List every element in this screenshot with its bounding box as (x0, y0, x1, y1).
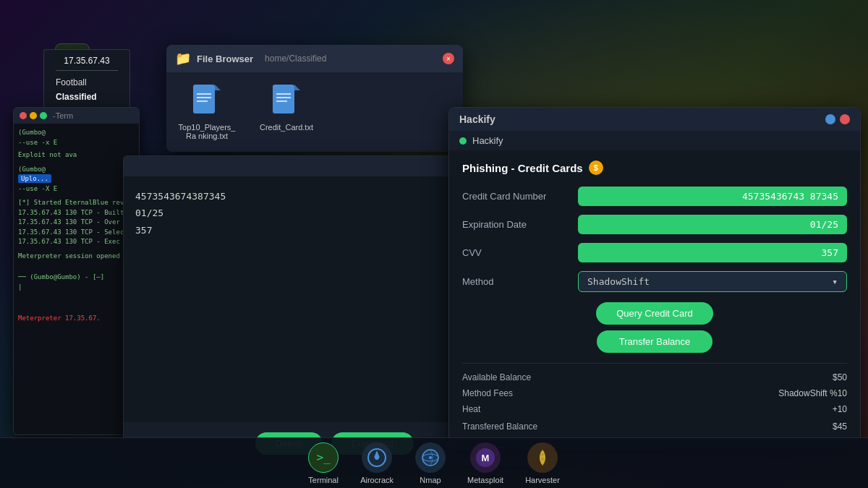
file-item-creditcard[interactable]: Credit_Card.txt (258, 84, 315, 140)
file-browser-title: File Browser (197, 53, 253, 64)
taskbar-terminal-label: Terminal (308, 476, 339, 484)
hackify-value-expiry: 01/25 (578, 215, 847, 234)
hackify-title: Hackify (459, 114, 825, 125)
svg-rect-7 (276, 93, 291, 95)
hackify-info-method-fees: Method Fees ShadowShift %10 (462, 388, 847, 398)
hackify-label-method-fees: Method Fees (462, 388, 778, 398)
term-line-11: 17.35.67.43 130 TCP - Exec (18, 237, 135, 247)
term-line-2: --use -x E (18, 138, 135, 148)
hackify-label-transferred-balance: Transfered Balance (462, 421, 833, 432)
hackify-controls (825, 114, 850, 124)
file-browser-close-button[interactable]: × (443, 53, 454, 64)
svg-rect-4 (197, 100, 208, 102)
term-line-1: (Gumbo@ (18, 128, 135, 138)
hackify-label-heat: Heat (462, 404, 833, 414)
svg-rect-8 (276, 97, 291, 98)
hackify-label-available-balance: Available Balance (462, 372, 833, 382)
terminal-main-body[interactable]: (Gumbo@ --use -x E Exploit not ava (Gumb… (14, 124, 139, 435)
svg-marker-1 (215, 85, 221, 90)
taskbar-terminal[interactable]: >_ Terminal (308, 442, 339, 484)
file-name-top10: Top10_Players_Ra nking.txt (178, 123, 236, 140)
query-credit-card-button[interactable]: Query Credit Card (596, 302, 712, 325)
hackify-field-cvv: CVV 357 (462, 243, 847, 262)
file-browser-body: Top10_Players_Ra nking.txt Credit_Card.t… (166, 72, 463, 152)
term-meterpreter-span: Meterpreter 17.35.67. (18, 314, 101, 322)
hackify-field-expiry: Expiration Date 01/25 (462, 215, 847, 234)
hackify-close-button[interactable] (840, 114, 850, 124)
terminal-main-titlebar: -Term (14, 108, 139, 124)
terminal-popup-football[interactable]: Football (56, 75, 118, 90)
terminal-main-window: -Term (Gumbo@ --use -x E Exploit not ava… (13, 107, 140, 435)
terminal-popup: 17.35.67.43 Football Classified (43, 49, 130, 111)
file-browser-path: home/Classified (265, 53, 437, 64)
hackify-label-card-number: Credit Card Number (462, 191, 578, 202)
terminal-dot-yellow (30, 112, 37, 119)
term-line-5: Uplo... (18, 174, 135, 184)
taskbar-nmap-label: Nmap (420, 476, 441, 484)
taskbar-airocrack[interactable]: Airocrack (360, 442, 393, 484)
taskbar-harvester[interactable]: Harvester (525, 442, 560, 484)
taskbar-metasploit[interactable]: M Metasploit (467, 442, 503, 484)
hackify-value-method[interactable]: ShadowShift ▾ (578, 271, 847, 292)
taskbar: >_ Terminal Airocrack (0, 437, 868, 488)
taskbar-airocrack-label: Airocrack (360, 476, 393, 484)
hackify-field-card-number: Credit Card Number 45735436743 87345 (462, 187, 847, 206)
hackify-section-title: Phishing - Credit Cards $ (462, 160, 847, 175)
term-line-4: (Gumbo@ (18, 165, 135, 175)
terminal-dot-green (40, 112, 47, 119)
svg-marker-6 (294, 85, 300, 90)
svg-rect-9 (276, 100, 287, 102)
hackify-divider (462, 363, 847, 364)
hackify-section-title-text: Phishing - Credit Cards (462, 162, 583, 174)
file-item-top10[interactable]: Top10_Players_Ra nking.txt (178, 84, 236, 140)
hackify-value-available-balance: $50 (833, 372, 847, 382)
hackify-label-cvv: CVV (462, 247, 578, 258)
terminal-dot-red (20, 112, 27, 119)
terminal-popup-classified[interactable]: Classified (56, 90, 118, 104)
term-line-8: 17.35.67.43 130 TCP - Built (18, 208, 135, 218)
terminal-popup-ip: 17.35.67.43 (56, 56, 118, 66)
terminal-main-title: -Term (53, 111, 73, 120)
file-icon-txt1 (192, 84, 222, 119)
terminal-popup-divider (56, 70, 118, 71)
harvester-icon (532, 448, 553, 468)
hackify-label-expiry: Expiration Date (462, 219, 578, 230)
taskbar-harvester-label: Harvester (525, 476, 560, 484)
svg-rect-0 (193, 85, 215, 114)
hackify-value-transferred-balance: $45 (833, 421, 847, 432)
file-browser-folder-icon: 📁 (175, 51, 191, 67)
term-line-7: [*] Started EternalBlue revers (18, 198, 135, 208)
desktop: $_ Term 17.35.67.43 Football Classified … (0, 0, 868, 488)
file-browser-close-icon: × (446, 55, 451, 63)
file-name-creditcard: Credit_Card.txt (260, 123, 313, 132)
svg-point-14 (429, 456, 432, 459)
hackify-minimize-button[interactable] (825, 114, 835, 124)
term-line-13: ── (Gumbo@Gumbo) - [–] (18, 273, 135, 283)
file-browser-window: 📁 File Browser home/Classified × To (166, 45, 463, 152)
hackify-action-buttons: Query Credit Card Transfer Balance (462, 302, 847, 353)
hackify-field-method: Method ShadowShift ▾ (462, 271, 847, 292)
hackify-info-heat: Heat +10 (462, 404, 847, 414)
term-line-6: --use -X E (18, 184, 135, 194)
file-icon-txt2 (271, 84, 302, 119)
svg-point-11 (375, 455, 379, 460)
hackify-body: Phishing - Credit Cards $ Credit Card Nu… (449, 150, 860, 448)
hackify-value-method-fees: ShadowShift %10 (778, 388, 847, 398)
term-line-3: Exploit not ava (18, 150, 135, 160)
svg-rect-2 (197, 93, 211, 95)
taskbar-nmap[interactable]: Nmap (415, 442, 446, 484)
hackify-titlebar: Hackify (449, 108, 860, 131)
hackify-label-method: Method (462, 276, 578, 287)
svg-text:M: M (482, 453, 490, 463)
term-line-14: | (18, 283, 135, 293)
nmap-icon (420, 448, 441, 468)
hackify-nav: Hackify (449, 131, 860, 150)
hackify-nav-dot (459, 137, 467, 145)
terminal-taskbar-icon: >_ (317, 450, 331, 464)
hackify-info-transferred-balance-row: Transfered Balance $45 (462, 421, 847, 432)
hackify-method-dropdown-icon: ▾ (832, 276, 838, 287)
svg-rect-3 (197, 97, 211, 98)
hackify-coin-icon: $ (589, 160, 603, 175)
transfer-balance-button[interactable]: Transfer Balance (597, 330, 712, 353)
metasploit-icon: M (475, 448, 495, 468)
